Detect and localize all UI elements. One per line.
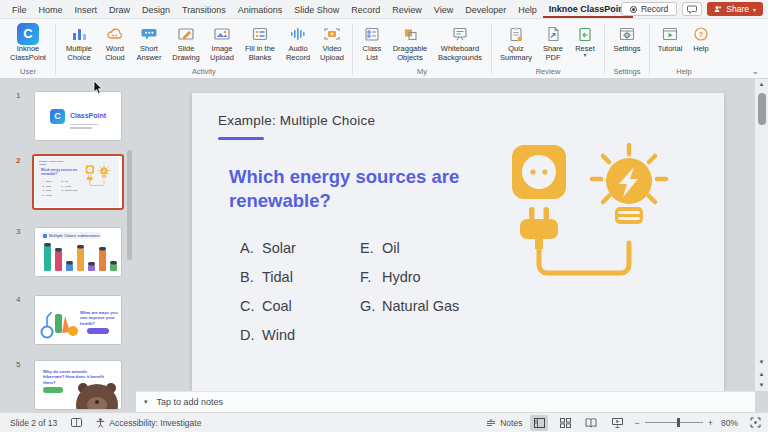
- slide-thumbnail-1[interactable]: C ClassPoint: [34, 91, 122, 141]
- tab-slide-show[interactable]: Slide Show: [288, 2, 345, 17]
- thumbnail-number: 3: [16, 227, 20, 236]
- share-pdf-button[interactable]: Share PDF: [537, 20, 569, 62]
- fit-slide-to-window-button[interactable]: [746, 415, 764, 431]
- main-scrollbar[interactable]: ▲ ▼ ▲ ▼: [755, 79, 768, 391]
- notes-toggle-button[interactable]: Notes: [486, 418, 522, 428]
- mini-slide-title: Example: Multiple Choice: [39, 160, 64, 162]
- scroll-up-icon[interactable]: ▲: [755, 81, 768, 87]
- tab-home[interactable]: Home: [33, 2, 69, 17]
- ribbon-button-label: Image Upload: [207, 44, 237, 62]
- ribbon-group-label: Help: [676, 66, 691, 78]
- option-b[interactable]: B.Tidal: [240, 269, 293, 285]
- thumbnail-panel-scrollbar[interactable]: [127, 150, 132, 260]
- slide-show-button[interactable]: [608, 415, 626, 431]
- slide-thumbnail-2-selected[interactable]: Example: Multiple Choice Which energy so…: [32, 154, 124, 210]
- ribbon-button-label: Audio Record: [283, 44, 313, 62]
- fill-in-the-blanks-button[interactable]: Fill in the Blanks: [239, 20, 281, 62]
- collapse-ribbon-icon[interactable]: ⌄: [751, 66, 759, 76]
- display-settings-button[interactable]: [71, 418, 82, 427]
- quiz-summary-button[interactable]: Quiz Summary: [495, 20, 537, 62]
- slide-thumbnail-4[interactable]: What are ways you can improve your healt…: [34, 295, 122, 345]
- zoom-out-button[interactable]: −: [634, 418, 639, 428]
- accessibility-icon: [96, 418, 105, 428]
- ribbon-divider: [649, 24, 650, 75]
- audio-record-button[interactable]: Audio Record: [281, 20, 315, 62]
- inknoe-classpoint-button[interactable]: C Inknoe ClassPoint: [4, 20, 52, 62]
- thumbnail-button: [87, 328, 109, 334]
- slide-thumbnail-5[interactable]: Why do some animals hibernate? How does …: [34, 360, 122, 410]
- ribbon-group-help: Tutorial ? Help Help: [653, 20, 715, 78]
- option-a[interactable]: A.Solar: [240, 240, 296, 256]
- comments-button[interactable]: [682, 2, 702, 16]
- slide-sorter-view-button[interactable]: [556, 415, 574, 431]
- word-cloud-button[interactable]: Word Cloud: [99, 20, 131, 62]
- tab-file[interactable]: File: [6, 2, 33, 17]
- draggable-objects-button[interactable]: Draggable Objects: [388, 20, 432, 62]
- ribbon-tab-bar: File Home Insert Draw Design Transitions…: [0, 0, 768, 19]
- multiple-choice-button[interactable]: Multiple Choice: [59, 20, 99, 62]
- tab-animations[interactable]: Animations: [232, 2, 289, 17]
- zoom-in-button[interactable]: +: [708, 418, 713, 428]
- video-upload-icon: [323, 24, 341, 43]
- fit-to-window-icon: [750, 417, 761, 428]
- zoom-slider[interactable]: [645, 422, 703, 423]
- scroll-down-icon[interactable]: ▼: [755, 359, 768, 365]
- tutorial-button[interactable]: Tutorial: [653, 20, 687, 53]
- ribbon-group-label: Settings: [613, 66, 640, 78]
- ribbon-group-user: C Inknoe ClassPoint User: [4, 20, 52, 78]
- class-list-button[interactable]: Class List: [356, 20, 388, 62]
- accessibility-checker-button[interactable]: Accessibility: Investigate: [96, 418, 201, 428]
- ribbon-group-label: My: [417, 66, 427, 78]
- option-e[interactable]: E.Oil: [360, 240, 400, 256]
- video-upload-button[interactable]: Video Upload: [315, 20, 349, 62]
- settings-button[interactable]: Settings: [608, 20, 646, 53]
- tab-review[interactable]: Review: [386, 2, 428, 17]
- fill-in-the-blanks-icon: [251, 24, 269, 43]
- next-slide-button[interactable]: ▼: [755, 382, 768, 388]
- normal-view-button[interactable]: [530, 415, 548, 431]
- share-button[interactable]: Share ▾: [707, 2, 763, 16]
- scrollbar-thumb[interactable]: [758, 93, 766, 125]
- normal-view-icon: [534, 418, 545, 428]
- tab-transitions[interactable]: Transitions: [176, 2, 232, 17]
- share-label: Share: [726, 4, 749, 14]
- option-d[interactable]: D.Wind: [240, 327, 295, 343]
- reading-view-button[interactable]: [582, 415, 600, 431]
- slide-question-textbox[interactable]: Which energy sources are renewable?: [229, 165, 491, 212]
- tab-draw[interactable]: Draw: [103, 2, 136, 17]
- slide-sorter-icon: [560, 418, 571, 428]
- slide-drawing-button[interactable]: Slide Drawing: [167, 20, 205, 62]
- option-c[interactable]: C.Coal: [240, 298, 292, 314]
- whiteboard-backgrounds-button[interactable]: Whiteboard Backgrounds: [432, 20, 488, 62]
- image-upload-button[interactable]: Image Upload: [205, 20, 239, 62]
- tab-view[interactable]: View: [428, 2, 459, 17]
- tab-help[interactable]: Help: [512, 2, 543, 17]
- whiteboard-backgrounds-icon: [451, 24, 469, 43]
- option-g[interactable]: G.Natural Gas: [360, 298, 459, 314]
- short-answer-button[interactable]: Short Answer: [131, 20, 167, 62]
- tab-insert[interactable]: Insert: [69, 2, 104, 17]
- notes-placeholder[interactable]: Tap to add notes: [157, 397, 224, 407]
- multiple-choice-icon: [70, 24, 88, 43]
- tab-inknoe-classpoint[interactable]: Inknoe ClassPoint: [543, 1, 633, 18]
- option-f[interactable]: F.Hydro: [360, 269, 421, 285]
- notes-resize-icon[interactable]: ▾: [144, 398, 148, 406]
- share-person-icon: [714, 5, 722, 13]
- ribbon-button-label: Word Cloud: [101, 44, 129, 62]
- ribbon-divider: [604, 24, 605, 75]
- tab-design[interactable]: Design: [136, 2, 176, 17]
- zoom-level[interactable]: 80%: [721, 418, 738, 428]
- reset-button[interactable]: Reset ▾: [569, 20, 601, 57]
- record-button[interactable]: Record: [621, 2, 677, 16]
- notes-pane[interactable]: ▾ Tap to add notes: [136, 391, 755, 412]
- status-bar: Slide 2 of 13 Accessibility: Investigate…: [0, 412, 768, 432]
- previous-slide-button[interactable]: ▲: [755, 371, 768, 377]
- tab-developer[interactable]: Developer: [459, 2, 512, 17]
- tab-record[interactable]: Record: [345, 2, 386, 17]
- slide-canvas[interactable]: Example: Multiple Choice Which energy so…: [192, 93, 724, 391]
- slide-thumbnail-3[interactable]: Multiple Choice submissions: [34, 227, 122, 277]
- help-button[interactable]: ? Help: [687, 20, 715, 53]
- ribbon-button-label: Slide Drawing: [169, 44, 203, 62]
- zoom-slider-thumb[interactable]: [677, 418, 680, 427]
- slide-title-textbox[interactable]: Example: Multiple Choice: [218, 113, 375, 128]
